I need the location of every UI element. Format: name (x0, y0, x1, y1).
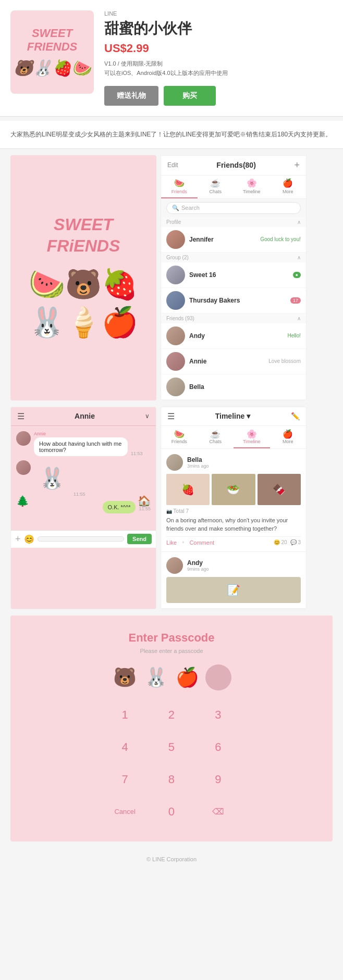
tl-friends-icon: 🍉 (174, 429, 185, 439)
friends-tab-chats[interactable]: ☕ Chats (198, 175, 234, 198)
friends-tab-more[interactable]: 🍎 More (270, 175, 307, 198)
buy-button[interactable]: 购买 (164, 86, 216, 106)
timeline-tab-chats[interactable]: ☕ Chats (198, 426, 234, 448)
passcode-avatars: 🐻 🐰 🍎 (21, 664, 322, 690)
friend-item-thursday[interactable]: Thursday Bakers 17 (161, 288, 306, 313)
chat-messages: Annie How about having lunch with me tom… (11, 426, 156, 530)
timeline-tab-friends[interactable]: 🍉 Friends (161, 426, 198, 448)
timeline-tab-more[interactable]: 🍎 More (270, 426, 307, 448)
friends-panel-header: Edit Friends(80) + (161, 156, 306, 175)
friends-caret-icon: ∧ (297, 316, 301, 321)
keypad-8[interactable]: 8 (150, 765, 192, 794)
product-title: 甜蜜的小伙伴 (104, 19, 333, 39)
keypad-0[interactable]: 0 (150, 798, 192, 826)
friends-tab-timeline[interactable]: 🌸 Timeline (234, 175, 270, 198)
sweet16-avatar (166, 266, 185, 284)
keypad-5[interactable]: 5 (150, 733, 192, 761)
like-count: 😊 20 (274, 539, 287, 545)
annie-sticker: 🐰 (34, 460, 70, 497)
screenshots-row1: SWEET FRiENDS 🍉🐻🍓 🐰🍦🍎 Edit Friends(80) +… (0, 149, 343, 407)
jennifer-name: Jennifer (189, 236, 256, 243)
friend-item-andy[interactable]: Andy Hello! (161, 323, 306, 349)
post-image-2: 🥗 (212, 474, 255, 505)
friends-panel-title: Friends(80) (216, 161, 255, 169)
jennifer-avatar (166, 230, 185, 249)
search-input[interactable]: 🔍 Search (166, 202, 301, 214)
chat-send-button[interactable]: Send (127, 534, 152, 544)
timeline-title: Timeline ▾ (215, 412, 251, 420)
thursday-avatar (166, 291, 185, 310)
footer-text: © LINE Corporation (146, 856, 197, 862)
post-photo-count: 📷 Total 7 (166, 508, 301, 514)
message-row-2: 🐰 11:55 (16, 460, 151, 497)
friend-item-jennifer[interactable]: Jennifer Good luck to you! (161, 227, 306, 253)
timeline-menu-icon[interactable]: ☰ (167, 411, 175, 421)
bella-avatar (166, 378, 185, 396)
timeline-post-bella: Bella 3mins ago 🍓 🥗 🍫 📷 Total 7 On a bor… (161, 449, 306, 552)
friend-item-sweet16[interactable]: Sweet 16 ● (161, 262, 306, 288)
keypad-9[interactable]: 9 (197, 765, 239, 794)
tl-more-icon: 🍎 (283, 429, 293, 439)
passcode-avatar-rabbit: 🐰 (143, 664, 169, 690)
profile-label: Profile (166, 219, 181, 225)
timeline-header: ☰ Timeline ▾ ✏️ (161, 407, 306, 426)
sweet16-name: Sweet 16 (189, 271, 287, 279)
annie-status: Love blossom (268, 358, 301, 364)
keypad-cancel[interactable]: Cancel (104, 798, 146, 826)
brand-label: LINE (104, 10, 333, 17)
keypad-7[interactable]: 7 (104, 765, 146, 794)
gift-button[interactable]: 赠送礼物 (104, 86, 158, 106)
like-button[interactable]: Like (166, 539, 177, 546)
chat-input-bar: + 😊 Send (11, 530, 156, 548)
chat-emoji-icon[interactable]: 😊 (24, 534, 34, 544)
timeline-tab-timeline[interactable]: 🌸 Timeline (234, 426, 270, 448)
keypad-3[interactable]: 3 (197, 701, 239, 729)
illustration-icons: 🍉🐻🍓 🐰🍦🍎 (29, 266, 138, 342)
annie-chat-avatar-2 (16, 460, 31, 475)
house-icon: 🏠 (138, 495, 151, 507)
screenshot-timeline-panel: ☰ Timeline ▾ ✏️ 🍉 Friends ☕ Chats 🌸 Time… (161, 407, 307, 609)
msg1-time: 11:53 (131, 451, 143, 456)
andy-status: Hello! (287, 333, 301, 338)
timeline-post-andy: Andy 9mins ago 📝 (161, 552, 306, 609)
product-price: US$2.99 (104, 42, 333, 55)
annie-name: Annie (189, 358, 264, 365)
screenshots-row2: ☰ Annie ∨ Annie How about having lunch w… (0, 407, 343, 615)
chats-tab-icon: ☕ (209, 179, 222, 188)
passcode-section: Enter Passcode Please enter a passcode 🐻… (10, 615, 333, 841)
friends-tab-friends[interactable]: 🍉 Friends (161, 175, 198, 198)
friend-item-bella[interactable]: Bella (161, 374, 306, 400)
passcode-keypad: 1 2 3 4 5 6 7 8 9 Cancel 0 ⌫ (104, 701, 239, 826)
post-action-counts: 😊 20 💬 3 (274, 539, 301, 545)
chat-text-input[interactable] (38, 536, 125, 542)
friends-section-header: Friends (93) ∧ (161, 313, 306, 323)
action-buttons: 赠送礼物 购买 (104, 86, 333, 106)
keypad-6[interactable]: 6 (197, 733, 239, 761)
keypad-1[interactable]: 1 (104, 701, 146, 729)
andy-post-avatar (166, 557, 183, 574)
friends-tab-icon: 🍉 (173, 179, 186, 188)
search-icon: 🔍 (172, 205, 179, 211)
passcode-dot (205, 664, 231, 690)
andy-name: Andy (189, 332, 283, 340)
comment-button[interactable]: Comment (189, 539, 214, 546)
andy-post-image: 📝 (166, 577, 301, 603)
search-placeholder: Search (181, 205, 200, 211)
keypad-delete[interactable]: ⌫ (197, 798, 239, 826)
keypad-2[interactable]: 2 (150, 701, 192, 729)
keypad-4[interactable]: 4 (104, 733, 146, 761)
timeline-edit-icon[interactable]: ✏️ (291, 412, 300, 420)
andy-avatar (166, 326, 185, 345)
andy-post-info: Andy 9mins ago (187, 559, 301, 572)
andy-post-author: Andy 9mins ago (166, 557, 301, 574)
friend-item-annie[interactable]: Annie Love blossom (161, 349, 306, 374)
chevron-down-icon[interactable]: ∨ (145, 412, 150, 420)
hamburger-icon[interactable]: ☰ (17, 411, 24, 421)
description-text: 大家熟悉的LINE明星变成少女风格的主题来到LINE了！让您的LINE变得更加可… (10, 131, 332, 138)
chat-plus-icon[interactable]: + (15, 534, 21, 545)
chat-header: ☰ Annie ∨ (11, 407, 156, 426)
friends-add-icon[interactable]: + (294, 160, 300, 171)
sweet-friends-text: SWEET FRiENDS (29, 214, 138, 257)
tl-timeline-icon: 🌸 (247, 429, 257, 439)
post-image-3: 🍫 (258, 474, 301, 505)
